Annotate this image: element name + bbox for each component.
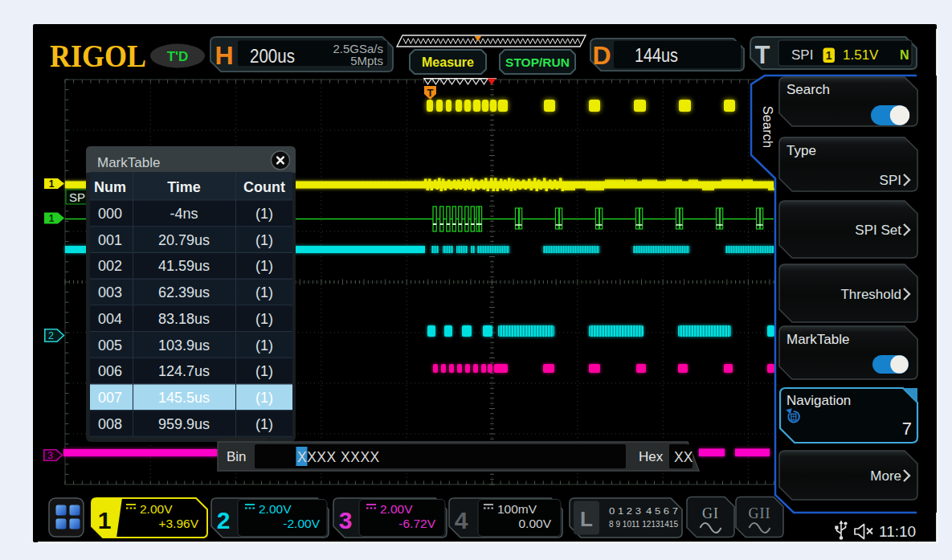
svg-text:005: 005 bbox=[98, 337, 122, 354]
svg-text:T: T bbox=[755, 41, 770, 69]
svg-text:2.00V: 2.00V bbox=[140, 502, 173, 516]
svg-text:1: 1 bbox=[49, 213, 55, 224]
svg-text:1: 1 bbox=[98, 507, 112, 533]
svg-text:003: 003 bbox=[98, 284, 122, 300]
svg-text:(1): (1) bbox=[255, 311, 273, 327]
svg-text:Navigation: Navigation bbox=[787, 393, 851, 408]
svg-text:(1): (1) bbox=[255, 337, 273, 354]
svg-text:(1): (1) bbox=[255, 390, 273, 406]
svg-text:3: 3 bbox=[47, 450, 53, 461]
svg-text:MarkTable: MarkTable bbox=[787, 332, 849, 347]
svg-text:004: 004 bbox=[98, 311, 122, 327]
svg-text:103.9us: 103.9us bbox=[158, 337, 210, 354]
svg-text:More: More bbox=[870, 468, 901, 484]
svg-text:11:10: 11:10 bbox=[879, 523, 916, 540]
svg-text:T: T bbox=[427, 87, 434, 99]
svg-text:007: 007 bbox=[98, 390, 122, 406]
svg-text:006: 006 bbox=[98, 363, 122, 379]
svg-text:-6.72V: -6.72V bbox=[398, 517, 435, 530]
svg-text:STOP/RUN: STOP/RUN bbox=[505, 55, 570, 69]
svg-text:3: 3 bbox=[339, 507, 353, 533]
svg-text:144us: 144us bbox=[635, 45, 678, 66]
svg-text:8 9 1011 12131415: 8 9 1011 12131415 bbox=[609, 519, 678, 529]
svg-text:1: 1 bbox=[49, 178, 55, 190]
svg-text:145.5us: 145.5us bbox=[158, 390, 210, 406]
svg-text:D: D bbox=[592, 41, 611, 70]
svg-text:T'D: T'D bbox=[167, 49, 189, 64]
svg-text:GII: GII bbox=[749, 505, 771, 521]
svg-text:MarkTable: MarkTable bbox=[97, 155, 160, 170]
svg-text:SPI Set: SPI Set bbox=[855, 223, 901, 238]
svg-text:7: 7 bbox=[902, 419, 912, 439]
svg-text:Hex: Hex bbox=[639, 449, 664, 464]
svg-text:0 1 2 3: 0 1 2 3 bbox=[609, 506, 641, 516]
svg-text:(1): (1) bbox=[255, 258, 273, 274]
svg-text:GI: GI bbox=[702, 505, 719, 521]
svg-text:2: 2 bbox=[217, 507, 231, 533]
svg-text:41.59us: 41.59us bbox=[158, 258, 210, 274]
svg-text:XXXX XXXX: XXXX XXXX bbox=[297, 449, 380, 465]
svg-text:N: N bbox=[900, 48, 909, 62]
svg-text:200us: 200us bbox=[250, 46, 295, 67]
svg-text:SPI: SPI bbox=[791, 47, 813, 63]
svg-text:SPI: SPI bbox=[69, 190, 88, 204]
svg-text:+3.96V: +3.96V bbox=[158, 517, 198, 530]
svg-text:002: 002 bbox=[98, 258, 122, 274]
svg-text:(1): (1) bbox=[255, 232, 273, 248]
svg-text:(1): (1) bbox=[255, 206, 273, 222]
svg-text:83.18us: 83.18us bbox=[158, 311, 210, 327]
svg-text:001: 001 bbox=[98, 232, 122, 248]
svg-text:Threshold: Threshold bbox=[840, 287, 901, 302]
svg-text:20.79us: 20.79us bbox=[158, 232, 210, 248]
svg-text:62.39us: 62.39us bbox=[158, 284, 210, 300]
svg-text:H: H bbox=[215, 41, 233, 70]
svg-text:XX: XX bbox=[674, 449, 693, 465]
svg-text:1.51V: 1.51V bbox=[843, 47, 879, 63]
svg-text:-2.00V: -2.00V bbox=[283, 517, 320, 530]
svg-text:000: 000 bbox=[98, 206, 122, 222]
svg-text:008: 008 bbox=[98, 416, 122, 432]
svg-text:Count: Count bbox=[243, 179, 285, 195]
svg-text:Bin: Bin bbox=[227, 449, 247, 464]
svg-text:Num: Num bbox=[94, 179, 126, 195]
svg-text:0.00V: 0.00V bbox=[518, 517, 551, 530]
svg-text:Measure: Measure bbox=[422, 55, 474, 69]
svg-text:(1): (1) bbox=[255, 416, 273, 432]
svg-text:2.00V: 2.00V bbox=[380, 502, 413, 516]
svg-text:RIGOL: RIGOL bbox=[50, 39, 146, 73]
svg-text:Time: Time bbox=[167, 179, 201, 195]
svg-text:959.9us: 959.9us bbox=[158, 416, 210, 432]
svg-text:Search: Search bbox=[787, 82, 830, 97]
svg-text:2.5GSa/s: 2.5GSa/s bbox=[333, 42, 383, 55]
svg-text:4 5 6 7: 4 5 6 7 bbox=[646, 506, 678, 516]
svg-text:5Mpts: 5Mpts bbox=[350, 54, 383, 67]
svg-text:2.00V: 2.00V bbox=[259, 502, 292, 516]
svg-text:(1): (1) bbox=[255, 363, 273, 379]
svg-text:4: 4 bbox=[455, 507, 468, 533]
svg-text:2: 2 bbox=[48, 330, 54, 341]
svg-text:SPI: SPI bbox=[880, 173, 901, 188]
svg-text:L: L bbox=[580, 507, 593, 531]
svg-text:1: 1 bbox=[826, 49, 832, 62]
svg-text:Search: Search bbox=[761, 106, 775, 148]
svg-text:100mV: 100mV bbox=[497, 502, 537, 516]
svg-text:Type: Type bbox=[787, 143, 816, 158]
svg-text:124.7us: 124.7us bbox=[158, 363, 210, 379]
svg-text:-4ns: -4ns bbox=[170, 206, 198, 222]
svg-text:(1): (1) bbox=[255, 284, 273, 300]
